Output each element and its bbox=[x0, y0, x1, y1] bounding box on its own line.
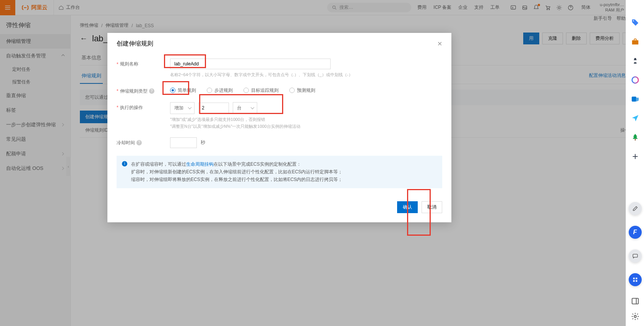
chat-fab[interactable] bbox=[629, 249, 642, 262]
label-rule-type: 伸缩规则类型 bbox=[120, 88, 148, 95]
outlook-icon[interactable] bbox=[631, 95, 639, 103]
radio-target[interactable]: 目标追踪规则 bbox=[243, 87, 279, 94]
svg-rect-21 bbox=[633, 280, 634, 282]
svg-rect-14 bbox=[631, 97, 636, 102]
gear-icon[interactable] bbox=[631, 312, 639, 321]
right-toolbar: F bbox=[626, 0, 644, 326]
panel-icon[interactable] bbox=[631, 297, 639, 305]
radio-step[interactable]: 步进规则 bbox=[207, 87, 233, 94]
tree-icon[interactable] bbox=[631, 133, 639, 142]
cooldown-input[interactable] bbox=[170, 137, 197, 148]
edit-fab[interactable] bbox=[629, 202, 642, 215]
help-icon[interactable]: ? bbox=[149, 88, 154, 94]
info-icon: i bbox=[122, 161, 127, 166]
action-value-input[interactable] bbox=[198, 103, 229, 113]
grid-fab[interactable] bbox=[629, 273, 642, 286]
radio-predict[interactable]: 预测规则 bbox=[289, 87, 315, 94]
rule-name-hint: 名称2~64个字符，以大小写字母、数字或中文开头，可包含点号（.）、下划线（_）… bbox=[170, 72, 442, 78]
briefcase-icon[interactable] bbox=[631, 37, 639, 46]
ok-button[interactable]: 确认 bbox=[397, 201, 418, 213]
svg-rect-23 bbox=[632, 298, 638, 304]
action-hint-2: "调整至N台"以及"增加或减少N%"一次只能触发1000台实例的伸缩活动 bbox=[170, 123, 442, 130]
info-line-1a: 在扩容或缩容时，可以通过 bbox=[131, 161, 186, 167]
close-icon[interactable]: ✕ bbox=[437, 40, 442, 47]
svg-rect-22 bbox=[636, 280, 637, 282]
svg-rect-15 bbox=[635, 139, 636, 141]
required-mark: * bbox=[117, 62, 118, 67]
svg-rect-12 bbox=[632, 40, 638, 44]
svg-point-13 bbox=[632, 77, 638, 83]
info-line-1b: 在以下场景中完成ECS实例的定制化配置： bbox=[214, 161, 301, 167]
f-fab[interactable]: F bbox=[629, 226, 642, 239]
label-rule-name: 规则名称 bbox=[120, 61, 138, 67]
radio-simple[interactable]: 简单规则 bbox=[170, 87, 196, 94]
rule-name-input[interactable] bbox=[170, 59, 331, 69]
label-action: 执行的操作 bbox=[120, 104, 143, 111]
chess-icon[interactable] bbox=[631, 57, 639, 65]
lifecycle-hook-link[interactable]: 生命周期挂钩 bbox=[186, 161, 214, 167]
copilot-icon[interactable] bbox=[631, 76, 639, 84]
modal-title: 创建伸缩规则 bbox=[117, 40, 153, 48]
send-icon[interactable] bbox=[631, 114, 639, 122]
svg-rect-20 bbox=[636, 278, 637, 279]
svg-point-25 bbox=[634, 315, 636, 318]
info-line-2: 扩容时，对伸缩组新创建的ECS实例，在加入伸缩组前进行个性化配置，比如在ECS内… bbox=[131, 168, 342, 176]
help-icon[interactable]: ? bbox=[136, 140, 142, 145]
action-unit-select[interactable]: 台 bbox=[233, 102, 257, 114]
svg-rect-19 bbox=[633, 278, 634, 279]
info-box: i 在扩容或缩容时，可以通过生命周期挂钩在以下场景中完成ECS实例的定制化配置：… bbox=[117, 156, 442, 188]
tag-icon[interactable] bbox=[631, 18, 639, 27]
svg-point-11 bbox=[633, 20, 634, 21]
label-cooldown: 冷却时间 bbox=[117, 140, 135, 146]
create-rule-modal: 创建伸缩规则 ✕ *规则名称 名称2~64个字符，以大小写字母、数字或中文开头，… bbox=[107, 33, 451, 222]
plus-icon[interactable] bbox=[631, 152, 639, 161]
action-hint-1: "增加"或"减少"选项最多只能支持1000台，否则报错 bbox=[170, 116, 442, 123]
action-mode-select[interactable]: 增加 bbox=[170, 102, 195, 114]
seconds-label: 秒 bbox=[201, 139, 205, 146]
cancel-button[interactable]: 取消 bbox=[422, 201, 442, 213]
svg-rect-18 bbox=[633, 254, 638, 257]
info-line-3: 缩容时，对伸缩组即将释放的ECS实例，在释放之前进行个性化配置，比如将ECS内的… bbox=[131, 176, 342, 183]
